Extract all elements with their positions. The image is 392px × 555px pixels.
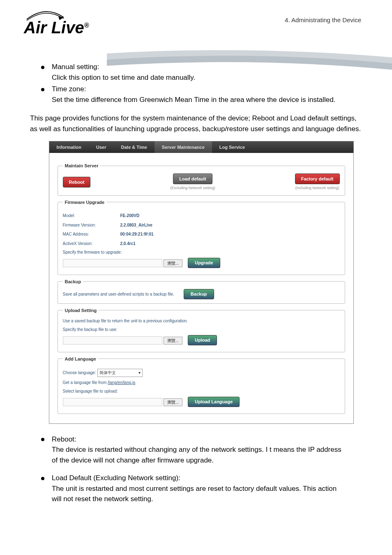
intro-paragraph: This page provides functions for the sys… [30, 113, 361, 134]
backup-text: Save all parameters and user-defined scr… [63, 292, 174, 296]
tab-log-service[interactable]: Log Service [212, 141, 252, 153]
item-title: Reboot: [52, 435, 76, 443]
backup-fieldset: Backup Save all parameters and user-defi… [58, 278, 345, 304]
tab-bar: Information User Date & Time Server Main… [49, 141, 353, 153]
item-body: Set the time difference from Greenwich M… [52, 96, 335, 104]
upload-browse-button[interactable]: 瀏覽... [164, 337, 182, 345]
fieldset-legend: Firmware Upgrade [63, 199, 107, 206]
list-item: Reboot:The device is restarted without c… [41, 434, 361, 466]
language-select[interactable]: 简体中文 [97, 369, 143, 377]
item-title: Load Default (Excluding Network setting)… [52, 474, 180, 482]
brand-logo: Air Live® [24, 18, 89, 37]
firmware-file-input[interactable] [63, 259, 162, 267]
mac-address-value: 00:04:29:21:9f:01 [120, 232, 154, 236]
add-language-fieldset: Add Language Choose language: 简体中文 Get a… [58, 356, 345, 414]
tab-datetime[interactable]: Date & Time [113, 141, 154, 153]
factory-default-caption: (Including Network setting) [295, 186, 339, 190]
load-default-button[interactable]: Load default [173, 173, 212, 185]
page-header: Air Live® 4. Administrating the Device [0, 0, 392, 53]
maintain-server-fieldset: Maintain Server Reboot Load default (Exc… [58, 162, 345, 196]
fieldset-legend: Backup [63, 278, 83, 285]
tab-server-maintenance[interactable]: Server Maintenance [154, 141, 212, 153]
upload-spec-label: Specify the backup file to use: [63, 326, 340, 333]
item-title: Time zone: [52, 85, 86, 93]
chapter-title: 4. Administrating the Device [285, 16, 361, 23]
fieldset-legend: Maintain Server [63, 162, 101, 169]
tab-user[interactable]: User [89, 141, 113, 153]
item-body: The device is restarted without changing… [52, 446, 341, 464]
language-browse-button[interactable]: 瀏覽... [164, 398, 182, 406]
language-spec-label: Select language file to upload: [63, 388, 340, 394]
page-content: Manual setting:Click this option to set … [41, 62, 361, 504]
activex-version-value: 2.0.4rc1 [120, 241, 136, 246]
firmware-version-label: Firmware Version: [63, 222, 120, 228]
upload-language-button[interactable]: Upload Language [188, 397, 240, 407]
firmware-upgrade-fieldset: Firmware Upgrade Model:FE-200VD Firmware… [58, 199, 345, 275]
list-item: Load Default (Excluding Network setting)… [41, 473, 361, 504]
bullet-list-2: Reboot:The device is restarted without c… [41, 434, 361, 504]
bullet-icon [41, 477, 44, 480]
bullet-icon [41, 438, 44, 441]
fieldset-legend: Upload Setting [63, 307, 99, 314]
item-title: Manual setting: [52, 63, 99, 71]
list-item: Time zone:Set the time difference from G… [41, 84, 361, 105]
upgrade-button[interactable]: Upgrade [188, 258, 220, 268]
embedded-screenshot: Information User Date & Time Server Main… [49, 141, 354, 424]
firmware-spec-label: Specify the firmware to upgrade: [63, 249, 340, 255]
factory-default-button[interactable]: Factory default [295, 173, 340, 185]
tab-information[interactable]: Information [49, 141, 89, 153]
firmware-browse-button[interactable]: 瀏覽... [164, 259, 182, 267]
item-body: The unit is restarted and most current s… [52, 485, 337, 503]
upload-text: Use a saved backup file to return the un… [63, 318, 340, 324]
load-default-caption: (Excluding Network setting) [170, 186, 215, 190]
mac-address-label: MAC Address: [63, 231, 120, 237]
language-file-input[interactable] [63, 398, 162, 406]
model-value: FE-200VD [120, 213, 140, 218]
fieldset-legend: Add Language [63, 356, 98, 363]
choose-language-label: Choose language: [63, 370, 96, 375]
upload-file-input[interactable] [63, 336, 162, 345]
reboot-button[interactable]: Reboot [63, 177, 91, 188]
backup-button[interactable]: Backup [184, 289, 214, 299]
bullet-icon [41, 66, 44, 69]
firmware-version-value: 2.2.0803_AirLive [120, 223, 152, 227]
activex-version-label: ActiveX Version: [63, 240, 120, 247]
header-swoosh-icon [107, 45, 392, 78]
upload-button[interactable]: Upload [188, 335, 217, 345]
upload-setting-fieldset: Upload Setting Use a saved backup file t… [58, 307, 345, 352]
bullet-icon [41, 88, 44, 91]
language-file-link[interactable]: /lang/en/lang.js [108, 380, 135, 385]
get-language-text: Get a language file from [63, 380, 108, 385]
model-label: Model: [63, 213, 120, 219]
